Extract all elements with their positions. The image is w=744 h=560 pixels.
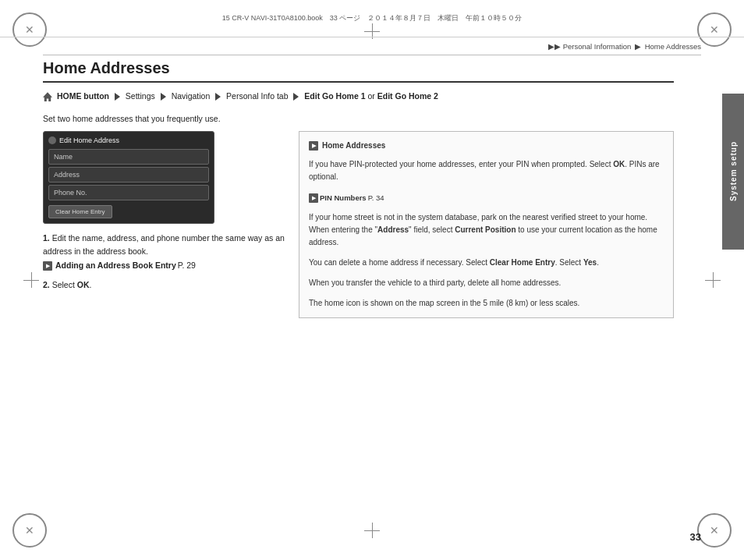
cross-right [705,272,721,288]
ui-mockup-title: Edit Home Address [48,136,209,144]
nav-or: or [367,91,377,101]
top-strip-text: 15 CR-V NAVI-31T0A8100.book 33 ページ ２０１４年… [47,13,697,23]
info-box: ▶ Home Addresses If you have PIN-protect… [299,131,674,319]
breadcrumb-separator: ▶▶ [548,42,561,51]
home-icon [43,92,52,101]
nav-arrow-4 [293,93,299,101]
mockup-title-text: Edit Home Address [59,136,119,144]
ref-text-1: Adding an Address Book Entry [55,259,176,272]
mockup-buttons: Clear Home Entry [48,205,209,218]
nav-edit-go-home-2: Edit Go Home 2 [377,91,438,101]
nav-arrow-1 [115,93,120,101]
two-column-layout: Edit Home Address Name Address Phone No.… [43,131,674,319]
nav-edit-go-home: Edit Go Home 1 [304,91,365,101]
step-1-number: 1. [43,233,50,243]
mockup-field-name: Name [48,149,209,165]
nav-home-button: HOME button [57,91,109,101]
step-1-text: Edit the name, address, and phone number… [43,233,285,256]
right-tab-label: System setup [729,141,738,201]
page-title: Home Addresses [43,59,674,83]
corner-circle-bl [12,513,47,548]
right-column: ▶ Home Addresses If you have PIN-protect… [299,131,674,319]
mockup-icon [48,136,56,144]
mockup-field-address: Address [48,167,209,183]
info-para-1: If you have PIN-protected your home addr… [309,158,664,183]
step-1: 1. Edit the name, address, and phone num… [43,232,285,272]
step-1-ref: ▶ Adding an Address Book Entry P. 29 [43,259,196,272]
corner-circle-br [697,513,732,548]
step-2-number: 2. [43,280,50,289]
main-content: Home Addresses HOME button Settings Navi… [43,59,674,521]
system-setup-tab: System setup [722,94,744,250]
step-2-text: Select OK. [52,280,92,289]
pin-ref-text: PIN Numbers [320,192,367,204]
page-number: 33 [690,531,701,543]
info-para-pin-ref: ▶ PIN Numbers P. 34 [309,191,664,204]
cross-left [23,272,39,288]
nav-personal-info: Personal Info tab [226,91,288,101]
nav-navigation: Navigation [172,91,211,101]
intro-text: Set two home addresses that you frequent… [43,114,674,123]
info-para-3: You can delete a home address if necessa… [309,257,664,269]
left-column: Edit Home Address Name Address Phone No.… [43,131,285,319]
info-box-icon: ▶ [309,141,318,151]
info-para-5: The home icon is shown on the map screen… [309,297,664,310]
info-para-4: When you transfer the vehicle to a third… [309,277,664,289]
breadcrumb-divider [43,55,701,55]
breadcrumb-arrow: ▶ [635,42,641,51]
cross-bottom [364,523,380,538]
nav-arrow-3 [215,93,221,101]
step-2: 2. Select OK. [43,278,285,292]
info-box-title-text: Home Addresses [322,140,385,152]
pin-ref: ▶ PIN Numbers P. 34 [309,192,384,204]
breadcrumb: ▶▶ Personal Information ▶ Home Addresses [548,42,701,51]
pin-ref-icon: ▶ [309,193,318,203]
info-box-title: ▶ Home Addresses [309,140,664,152]
info-para-2: If your home street is not in the system… [309,211,664,249]
nav-arrow-2 [161,93,166,101]
pin-ref-page: P. 34 [368,192,384,204]
breadcrumb-home-addresses: Home Addresses [645,42,701,51]
mockup-clear-btn[interactable]: Clear Home Entry [48,205,112,218]
nav-settings: Settings [126,91,155,101]
navigation-path: HOME button Settings Navigation Personal… [43,90,674,103]
ref-page-1: P. 29 [178,259,196,272]
ref-icon-1: ▶ [43,261,52,271]
mockup-field-phone: Phone No. [48,185,209,200]
steps-list: 1. Edit the name, address, and phone num… [43,232,285,292]
breadcrumb-personal-info: Personal Information [563,42,632,51]
ui-mockup: Edit Home Address Name Address Phone No.… [43,131,214,224]
top-strip: 15 CR-V NAVI-31T0A8100.book 33 ページ ２０１４年… [0,0,744,37]
